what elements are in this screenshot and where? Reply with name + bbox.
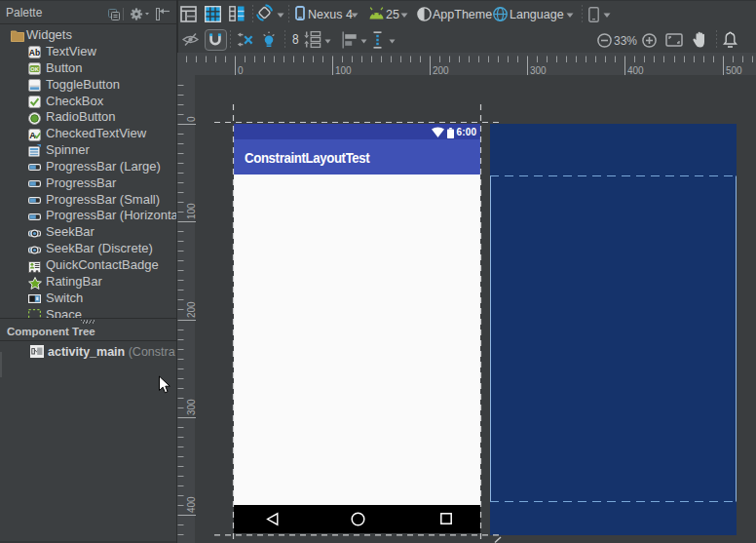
svg-text:0: 0	[186, 116, 197, 122]
svg-text:200: 200	[433, 65, 449, 76]
svg-text:100: 100	[186, 203, 197, 219]
svg-text:Ab: Ab	[29, 48, 40, 58]
svg-text:0: 0	[238, 65, 244, 76]
svg-text:400: 400	[186, 496, 197, 513]
svg-text:500: 500	[726, 65, 742, 76]
svg-text:200: 200	[186, 301, 197, 318]
svg-text:300: 300	[530, 65, 547, 76]
svg-text:300: 300	[186, 399, 197, 415]
svg-text:OK: OK	[30, 66, 38, 72]
svg-text:100: 100	[335, 65, 352, 76]
svg-text:400: 400	[627, 65, 644, 76]
